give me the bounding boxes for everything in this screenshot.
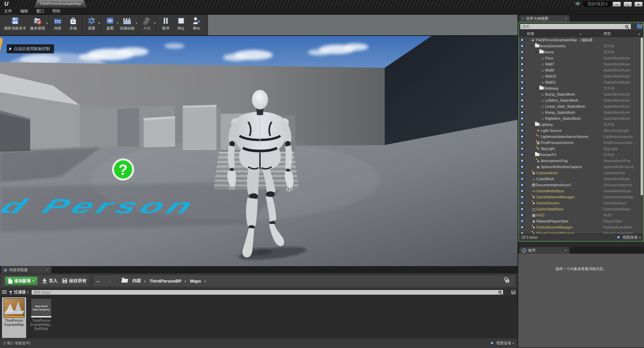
back-button[interactable]: ←	[96, 278, 102, 284]
visibility-eye-icon[interactable]	[520, 45, 525, 48]
visibility-eye-icon[interactable]	[520, 117, 525, 120]
actor-name[interactable]: Wall11	[545, 80, 556, 84]
settings-button[interactable]: 设置	[84, 15, 99, 35]
actor-name[interactable]: SkyLight	[541, 147, 555, 151]
visibility-eye-icon[interactable]	[520, 196, 525, 199]
actor-name[interactable]: GameSession	[536, 201, 559, 205]
filters-button[interactable]: 过滤器	[9, 289, 29, 295]
expand-arrow-icon[interactable]	[531, 123, 535, 126]
outliner-row[interactable]: ⌂Bump_StaticMeshStaticMeshActor	[519, 91, 643, 97]
source-button[interactable]: 版本管理	[28, 15, 47, 35]
outliner-row[interactable]: ?DocumentationActor1DocumentationAc	[519, 182, 643, 188]
restore-button[interactable]: □	[624, 2, 632, 7]
chevron-down-icon[interactable]	[136, 21, 137, 25]
outliner-row[interactable]: ◈ThirdPersonExampleMap （编辑器中世界）	[519, 37, 643, 43]
tab-details[interactable]: i 细节	[519, 247, 570, 254]
outliner-row[interactable]: ◆CameraActorCameraActor	[519, 170, 643, 176]
outliner-row[interactable]: ⌂Ramp_StaticMeshStaticMeshActor	[519, 109, 643, 115]
actor-name[interactable]: LightmassImportanceVolume	[541, 135, 588, 139]
menu-item-2[interactable]: 窗口	[32, 8, 48, 15]
tab-content-browser[interactable]: ▦ 内容浏览器	[1, 266, 51, 273]
actor-name[interactable]: AtmosphericFog	[541, 159, 568, 163]
column-label[interactable]: 标签	[519, 31, 534, 36]
level-tab[interactable]: ThirdPersonExampleMap	[34, 0, 87, 8]
visibility-eye-icon[interactable]	[520, 220, 525, 223]
outliner-search-input[interactable]	[520, 23, 631, 30]
chevron-down-icon[interactable]	[154, 21, 156, 25]
close-button[interactable]: ×	[634, 2, 643, 7]
forward-button[interactable]: →	[106, 278, 112, 284]
visibility-eye-icon[interactable]	[520, 63, 525, 66]
visibility-eye-icon[interactable]	[520, 208, 525, 211]
actor-name[interactable]: Wall10	[545, 74, 556, 78]
visibility-eye-icon[interactable]	[520, 81, 525, 84]
outliner-row[interactable]: Lighting文件夹	[519, 121, 643, 128]
outliner-row[interactable]: ⌂Linear_Stair_StaticMeshStaticMeshActor	[519, 103, 643, 109]
actor-name[interactable]: Wall9	[545, 68, 554, 72]
visibility-eye-icon[interactable]	[520, 93, 525, 96]
outliner-row[interactable]: ArenaGeometry文件夹	[519, 43, 643, 49]
outliner-row[interactable]: *LightmassImportanceVolumeLightmassImpor…	[519, 134, 643, 140]
lock-icon[interactable]	[505, 278, 509, 284]
actor-name[interactable]: GameModeBase	[536, 189, 564, 193]
actor-name[interactable]: GameStateBase	[536, 207, 564, 211]
pause-button[interactable]: 暂停	[158, 15, 173, 35]
actor-name[interactable]: LeftArm_StaticMesh	[545, 98, 578, 102]
actor-name[interactable]: ThirdPersonExampleMap （编辑器中世界）	[535, 38, 592, 43]
close-icon[interactable]	[565, 16, 567, 20]
outliner-row[interactable]: Arena文件夹	[519, 49, 643, 55]
blueprints-button[interactable]: 蓝图	[102, 15, 118, 35]
menu-item-1[interactable]: 编辑	[16, 8, 32, 15]
outliner-row[interactable]: ⌂Wall7StaticMeshActor	[519, 61, 643, 67]
outliner-row[interactable]: ▭GameModeBaseGameModeBase	[519, 188, 643, 194]
outliner-row[interactable]: ●GameSessionGameSession	[519, 200, 643, 206]
asset-tile-1[interactable]: Map Build Data RegistryThirdPersonExampl…	[29, 297, 53, 338]
expand-arrow-icon[interactable]	[531, 45, 535, 48]
actor-name[interactable]: Arena	[544, 50, 554, 54]
content-browser-view-options[interactable]: 视图选项	[490, 341, 514, 346]
outliner-row[interactable]: ⌂CubeMeshStaticMeshActor	[519, 176, 643, 182]
outliner-row[interactable]: Walkway文件夹	[519, 85, 643, 91]
actor-name[interactable]: SphereReflectionCapture	[541, 165, 582, 169]
expand-arrow-icon[interactable]	[536, 87, 539, 90]
outliner-row[interactable]: ⌂Wall9StaticMeshActor	[519, 67, 643, 73]
outliner-row[interactable]: ⌂RightArm_StaticMeshStaticMeshActor	[519, 115, 643, 121]
stop-button[interactable]: 停止	[173, 15, 189, 35]
visibility-eye-icon[interactable]	[520, 171, 525, 175]
actor-name[interactable]: Wall7	[545, 62, 554, 66]
visibility-eye-icon[interactable]	[520, 184, 525, 187]
cinematics-button[interactable]: 过场动画	[118, 15, 137, 35]
column-type[interactable]: 类型	[603, 31, 611, 36]
close-icon[interactable]	[47, 268, 49, 272]
outliner-row[interactable]: ⌂FloorStaticMeshActor	[519, 55, 643, 61]
import-button[interactable]: 导入	[42, 278, 58, 284]
actor-name[interactable]: PlayerCameraManager	[536, 231, 575, 234]
expand-arrow-icon[interactable]	[531, 153, 535, 156]
outliner-row[interactable]: ⌂LeftArm_StaticMeshStaticMeshActor	[519, 97, 643, 103]
expand-arrow-icon[interactable]	[527, 39, 530, 42]
visibility-eye-icon[interactable]	[520, 153, 525, 156]
level-viewport[interactable]: rd Person ?	[0, 36, 518, 266]
save-search-icon[interactable]	[511, 290, 516, 294]
visibility-eye-icon[interactable]	[520, 141, 525, 144]
visibility-eye-icon[interactable]	[520, 129, 525, 132]
visibility-eye-icon[interactable]	[520, 69, 525, 72]
visibility-eye-icon[interactable]	[520, 165, 525, 168]
help-billboard[interactable]: ?	[112, 158, 134, 181]
new-folder-icon[interactable]	[637, 24, 642, 29]
chevron-down-icon[interactable]	[98, 21, 100, 25]
actor-name[interactable]: Walkway	[544, 86, 559, 90]
breadcrumb-ThirdPersonBP[interactable]: ThirdPersonBP	[150, 279, 181, 284]
outliner-row[interactable]: ⌂Wall10StaticMeshActor	[519, 73, 643, 79]
tutorial-cap-icon[interactable]	[574, 2, 581, 6]
content-button[interactable]: 内容	[50, 15, 65, 35]
actor-name[interactable]: Lighting	[540, 122, 553, 127]
minimize-button[interactable]: –	[612, 2, 621, 7]
visibility-eye-icon[interactable]	[520, 111, 525, 114]
visibility-eye-icon[interactable]	[520, 135, 525, 138]
visibility-eye-icon[interactable]	[520, 99, 525, 102]
outliner-view-options[interactable]: 视图选项	[616, 235, 641, 240]
actor-name[interactable]: PostProcessVolume	[541, 141, 574, 145]
actor-name[interactable]: HUD	[536, 213, 544, 217]
actor-name[interactable]: Ramp_StaticMesh	[545, 110, 575, 114]
